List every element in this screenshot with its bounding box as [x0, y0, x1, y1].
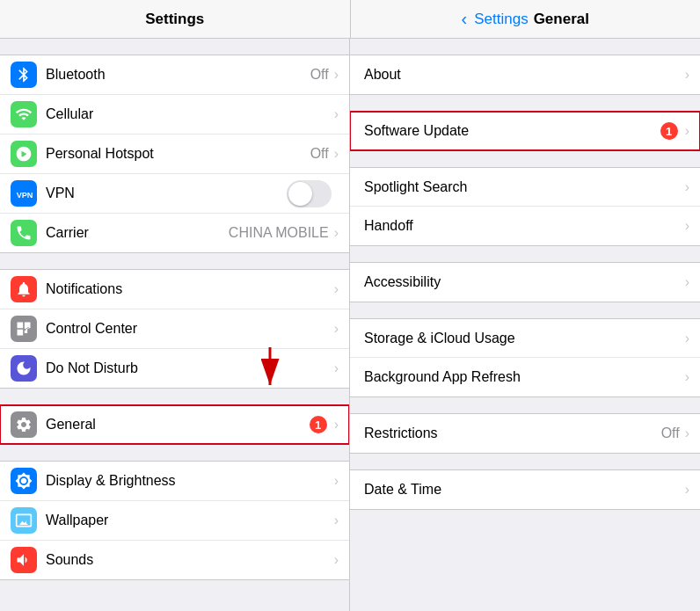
display-group: Display & Brightness › Wallpaper › Sound… [0, 445, 349, 580]
do-not-disturb-row[interactable]: Do Not Disturb › [0, 349, 349, 388]
vpn-toggle[interactable] [287, 180, 332, 207]
section-separator [0, 39, 349, 55]
sounds-row[interactable]: Sounds › [0, 541, 349, 579]
vpn-row[interactable]: VPN VPN [0, 174, 349, 214]
system-list: Notifications › Control Center › Do Not … [0, 269, 349, 389]
software-update-row[interactable]: Software Update 1 › [350, 112, 700, 150]
sounds-label: Sounds [46, 552, 332, 568]
bluetooth-label: Bluetooth [46, 67, 310, 83]
system-group: Notifications › Control Center › Do Not … [0, 253, 349, 389]
storage-icloud-chevron: › [685, 331, 689, 346]
spotlight-search-row[interactable]: Spotlight Search › [350, 168, 700, 207]
hotspot-chevron: › [334, 146, 339, 162]
right-sep-6 [350, 397, 700, 413]
do-not-disturb-icon [11, 355, 37, 382]
hotspot-row[interactable]: Personal Hotspot Off › [0, 135, 349, 174]
date-time-row[interactable]: Date & Time › [350, 470, 700, 509]
left-panel-title: Settings [145, 11, 204, 28]
datetime-list: Date & Time › [350, 469, 700, 510]
display-brightness-label: Display & Brightness [46, 473, 332, 489]
wallpaper-label: Wallpaper [46, 513, 332, 528]
about-group: About › [350, 39, 700, 95]
bluetooth-icon [11, 62, 37, 88]
storage-group: Storage & iCloud Usage › Background App … [350, 302, 700, 397]
about-list: About › [350, 55, 700, 95]
svg-text:VPN: VPN [17, 191, 33, 200]
general-row[interactable]: General 1 › [0, 405, 349, 444]
wallpaper-icon [11, 507, 37, 534]
navigation-header: ‹ Settings General [462, 9, 589, 29]
handoff-row[interactable]: Handoff › [350, 207, 700, 245]
accessibility-group: Accessibility › [350, 246, 700, 302]
general-label: General [46, 417, 310, 433]
restrictions-chevron: › [685, 426, 689, 441]
general-group: General 1 › [0, 389, 349, 445]
section-separator-2 [0, 253, 349, 269]
network-list: Bluetooth Off › Cellular › Personal Hots… [0, 55, 349, 253]
wallpaper-chevron: › [334, 513, 339, 528]
carrier-value: CHINA MOBILE [229, 225, 329, 241]
settings-list: Bluetooth Off › Cellular › Personal Hots… [0, 39, 350, 611]
about-label: About [364, 67, 683, 83]
hotspot-value: Off [310, 146, 329, 162]
control-center-icon [11, 316, 37, 342]
spotlight-search-chevron: › [685, 179, 689, 195]
section-separator-3 [0, 389, 349, 404]
background-refresh-label: Background App Refresh [364, 369, 683, 385]
right-sep-3 [350, 151, 700, 167]
control-center-label: Control Center [46, 321, 332, 337]
right-panel-title: General [534, 11, 589, 28]
vpn-toggle-knob [288, 182, 312, 206]
display-brightness-chevron: › [334, 473, 339, 489]
notifications-chevron: › [334, 281, 339, 297]
left-panel-header: Settings [0, 0, 351, 38]
back-button[interactable]: Settings [474, 11, 528, 28]
display-brightness-icon [11, 468, 37, 494]
notifications-icon [11, 276, 37, 302]
cellular-row[interactable]: Cellular › [0, 95, 349, 135]
date-time-label: Date & Time [364, 482, 683, 498]
about-row[interactable]: About › [350, 55, 700, 94]
handoff-label: Handoff [364, 218, 683, 234]
datetime-group: Date & Time › [350, 454, 700, 510]
spotlight-search-label: Spotlight Search [364, 179, 683, 195]
app-header: Settings ‹ Settings General [0, 0, 700, 39]
right-sep-1 [350, 39, 700, 55]
search-list: Spotlight Search › Handoff › [350, 167, 700, 246]
date-time-chevron: › [685, 482, 689, 498]
software-update-list: Software Update 1 › [350, 111, 700, 151]
cellular-label: Cellular [46, 106, 332, 122]
storage-icloud-row[interactable]: Storage & iCloud Usage › [350, 319, 700, 358]
display-brightness-row[interactable]: Display & Brightness › [0, 462, 349, 501]
back-chevron-icon: ‹ [462, 9, 468, 29]
restrictions-list: Restrictions Off › [350, 413, 700, 454]
software-update-group: Software Update 1 › [350, 95, 700, 151]
background-refresh-row[interactable]: Background App Refresh › [350, 358, 700, 396]
about-chevron: › [685, 67, 689, 83]
wallpaper-row[interactable]: Wallpaper › [0, 501, 349, 541]
network-group: Bluetooth Off › Cellular › Personal Hots… [0, 39, 349, 253]
general-settings-list: About › Software Update 1 › Spotlight Se [350, 39, 700, 611]
right-sep-5 [350, 302, 700, 318]
bluetooth-value: Off [310, 67, 329, 83]
right-sep-2 [350, 95, 700, 111]
bluetooth-row[interactable]: Bluetooth Off › [0, 55, 349, 95]
accessibility-chevron: › [685, 274, 689, 290]
notifications-label: Notifications [46, 281, 332, 297]
cellular-chevron: › [334, 106, 339, 122]
notifications-row[interactable]: Notifications › [0, 270, 349, 309]
accessibility-label: Accessibility [364, 274, 683, 290]
general-badge: 1 [310, 416, 327, 433]
storage-icloud-label: Storage & iCloud Usage [364, 331, 683, 346]
right-panel-header: ‹ Settings General [351, 0, 701, 38]
carrier-row[interactable]: Carrier CHINA MOBILE › [0, 214, 349, 252]
control-center-row[interactable]: Control Center › [0, 309, 349, 349]
restrictions-row[interactable]: Restrictions Off › [350, 414, 700, 453]
background-refresh-chevron: › [685, 369, 689, 385]
right-sep-4 [350, 246, 700, 262]
sounds-icon [11, 547, 37, 573]
hotspot-label: Personal Hotspot [46, 146, 310, 162]
accessibility-row[interactable]: Accessibility › [350, 263, 700, 302]
bluetooth-chevron: › [334, 67, 339, 83]
accessibility-list: Accessibility › [350, 262, 700, 302]
